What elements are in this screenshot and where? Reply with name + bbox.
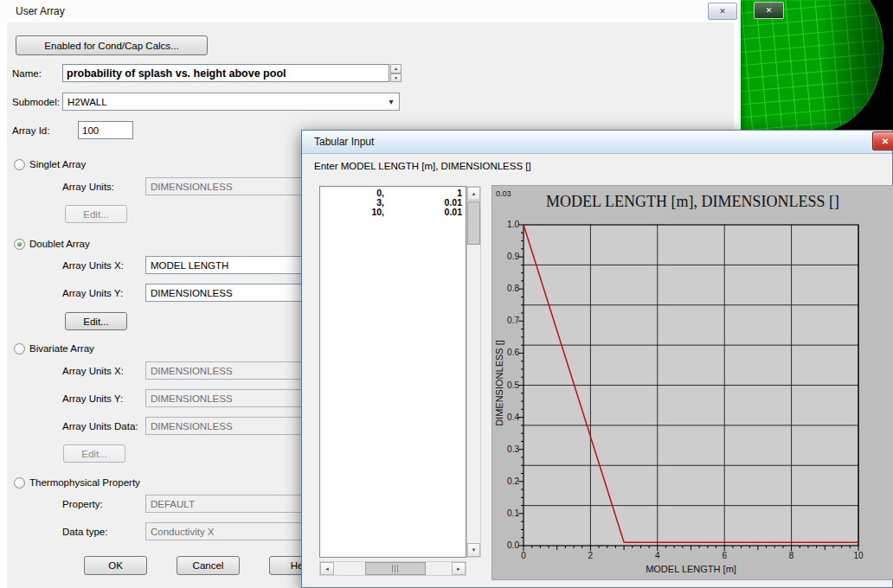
table-row: 3, 0.01 bbox=[320, 198, 466, 208]
row-y-value: 0.01 bbox=[384, 208, 466, 217]
singlet-array-radio[interactable] bbox=[14, 159, 25, 170]
bivariate-units-x-label: Array Units X: bbox=[62, 366, 124, 376]
scroll-up-button[interactable] bbox=[467, 187, 480, 201]
row-x-value: 0, bbox=[320, 189, 384, 198]
bivariate-units-data-label: Array Units Data: bbox=[62, 421, 138, 431]
name-spinner[interactable] bbox=[390, 64, 402, 82]
cancel-button[interactable]: Cancel bbox=[177, 556, 240, 575]
vertical-scroll-thumb[interactable] bbox=[467, 201, 480, 245]
spinner-down-icon[interactable] bbox=[390, 74, 402, 83]
submodel-value: H2WALL bbox=[67, 97, 107, 107]
y-tick-label: 1.0 bbox=[492, 220, 519, 229]
submodel-label: Submodel: bbox=[12, 97, 60, 107]
chart-x-axis-label: MODEL LENGTH [m] bbox=[524, 564, 858, 574]
y-tick-label: 0.8 bbox=[492, 284, 519, 293]
chart-title: MODEL LENGTH [m], DIMENSIONLESS [] bbox=[492, 193, 893, 211]
screen: User Array Enabled for Cond/Cap Calcs...… bbox=[0, 0, 893, 588]
chevron-down-icon[interactable] bbox=[384, 93, 398, 110]
property-label: Property: bbox=[62, 499, 103, 509]
tabular-titlebar[interactable]: Tabular Input bbox=[302, 131, 892, 154]
singlet-units-value: DIMENSIONLESS bbox=[151, 182, 233, 192]
scroll-down-button[interactable] bbox=[467, 543, 480, 557]
property-value: DEFAULT bbox=[151, 499, 195, 509]
user-array-title: User Array bbox=[16, 5, 65, 17]
array-id-label: Array Id: bbox=[12, 125, 49, 136]
name-label: Name: bbox=[12, 68, 42, 79]
x-tick-label: 10 bbox=[845, 551, 871, 560]
app-close-button[interactable] bbox=[754, 2, 784, 19]
row-x-value: 10, bbox=[320, 208, 384, 217]
y-tick-label: 0.2 bbox=[492, 476, 519, 486]
thermophysical-label: Thermophysical Property bbox=[29, 477, 140, 488]
x-tick-label: 6 bbox=[711, 551, 737, 560]
bivariate-units-x-value: DIMENSIONLESS bbox=[151, 366, 233, 376]
tabular-input-dialog: Tabular Input Enter MODEL LENGTH [m], DI… bbox=[301, 130, 893, 588]
y-tick-label: 0.7 bbox=[492, 316, 519, 325]
arrow-right-icon bbox=[456, 566, 461, 572]
array-id-input[interactable] bbox=[78, 121, 133, 139]
y-tick-label: 0.4 bbox=[492, 412, 519, 422]
arrow-up-icon bbox=[472, 191, 477, 196]
singlet-edit-button: Edit... bbox=[65, 205, 127, 223]
doublet-units-y-value: DIMENSIONLESS bbox=[151, 288, 233, 298]
close-icon bbox=[719, 7, 726, 16]
singlet-units-label: Array Units: bbox=[62, 182, 114, 192]
tabular-data-entry[interactable]: 0, 1 3, 0.01 10, 0.01 bbox=[319, 186, 466, 558]
arrow-left-icon bbox=[324, 566, 330, 572]
submodel-combo[interactable]: H2WALL bbox=[62, 93, 400, 111]
bivariate-units-y-label: Array Units Y: bbox=[62, 393, 123, 404]
vertical-scrollbar[interactable] bbox=[466, 186, 481, 558]
thermophysical-radio[interactable] bbox=[14, 477, 25, 489]
singlet-array-label: Singlet Array bbox=[29, 159, 86, 169]
doublet-units-y-label: Array Units Y: bbox=[62, 288, 123, 298]
chart-panel: 0.03 MODEL LENGTH [m], DIMENSIONLESS [] … bbox=[491, 185, 893, 580]
tabular-close-button[interactable] bbox=[872, 131, 893, 150]
green-mesh-model bbox=[741, 0, 893, 138]
bivariate-array-label: Bivariate Array bbox=[29, 343, 94, 354]
tabular-prompt: Enter MODEL LENGTH [m], DIMENSIONLESS [] bbox=[314, 161, 531, 171]
bivariate-units-y-value: DIMENSIONLESS bbox=[151, 393, 233, 404]
scroll-left-button[interactable] bbox=[320, 562, 334, 575]
y-tick-label: 0.6 bbox=[492, 348, 519, 357]
x-tick-label: 8 bbox=[779, 551, 805, 560]
doublet-edit-button[interactable]: Edit... bbox=[65, 312, 127, 330]
table-row: 0, 1 bbox=[320, 189, 466, 198]
y-tick-label: 0.9 bbox=[492, 252, 519, 261]
x-tick-label: 0 bbox=[511, 551, 536, 560]
chart-plot bbox=[492, 186, 893, 580]
y-tick-label: 0.1 bbox=[492, 508, 519, 518]
enabled-cond-cap-button[interactable]: Enabled for Cond/Cap Calcs... bbox=[16, 35, 208, 55]
grip-icon bbox=[392, 565, 400, 572]
doublet-units-x-value: MODEL LENGTH bbox=[151, 260, 228, 271]
spinner-up-icon[interactable] bbox=[390, 64, 402, 74]
y-tick-label: 0.3 bbox=[492, 444, 519, 454]
bivariate-array-radio[interactable] bbox=[14, 343, 25, 355]
close-icon bbox=[766, 6, 773, 15]
arrow-down-icon bbox=[472, 547, 477, 553]
user-array-close-button[interactable] bbox=[708, 3, 737, 20]
doublet-array-label: Doublet Array bbox=[29, 239, 90, 249]
y-tick-label: 0.5 bbox=[492, 380, 519, 390]
horizontal-scrollbar[interactable] bbox=[319, 561, 466, 576]
table-row: 10, 0.01 bbox=[320, 208, 466, 217]
doublet-array-radio[interactable] bbox=[14, 239, 25, 250]
bivariate-edit-button: Edit... bbox=[63, 444, 125, 463]
doublet-units-x-label: Array Units X: bbox=[62, 260, 124, 271]
datatype-label: Data type: bbox=[62, 527, 107, 537]
name-input[interactable] bbox=[62, 64, 389, 82]
y-tick-label: 0.0 bbox=[492, 540, 519, 550]
bivariate-units-data-value: DIMENSIONLESS bbox=[151, 421, 233, 431]
close-icon bbox=[882, 137, 889, 146]
x-tick-label: 4 bbox=[645, 551, 671, 560]
ok-button[interactable]: OK bbox=[84, 556, 147, 575]
scroll-right-button[interactable] bbox=[452, 562, 466, 575]
tabular-title: Tabular Input bbox=[314, 136, 374, 148]
datatype-value: Conductivity X bbox=[151, 527, 215, 537]
user-array-titlebar[interactable]: User Array bbox=[0, 0, 741, 22]
x-tick-label: 2 bbox=[577, 551, 603, 560]
horizontal-scroll-thumb[interactable] bbox=[365, 562, 426, 575]
